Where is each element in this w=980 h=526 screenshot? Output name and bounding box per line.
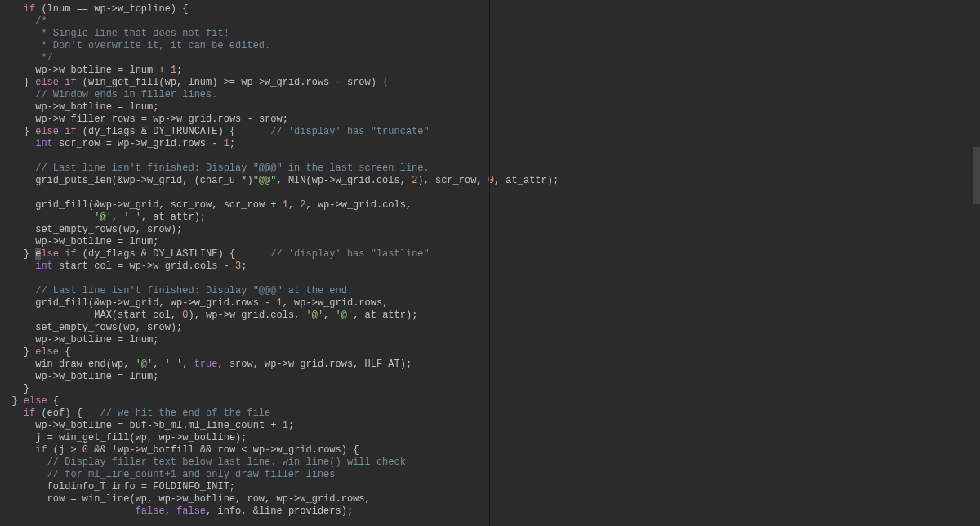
code-line[interactable]: // Window ends in filler lines. [0, 89, 980, 101]
code-line[interactable]: wp->w_botline = lnum; [0, 236, 980, 248]
code-line[interactable]: grid_fill(&wp->w_grid, wp->w_grid.rows -… [0, 297, 980, 310]
code-line[interactable]: wp->w_botline = lnum; [0, 371, 980, 383]
code-line[interactable]: row = win_line(wp, wp->w_botline, row, w… [0, 493, 980, 506]
code-line[interactable]: set_empty_rows(wp, srow); [0, 224, 980, 236]
code-line[interactable]: grid_puts_len(&wp->w_grid, (char_u *)"@@… [0, 175, 980, 187]
code-line[interactable]: } else if (win_get_fill(wp, lnum) >= wp-… [0, 77, 980, 89]
code-line[interactable]: grid_fill(&wp->w_grid, scr_row, scr_row … [0, 199, 980, 212]
code-line[interactable]: j = win_get_fill(wp, wp->w_botline); [0, 432, 980, 444]
code-line[interactable]: } else { [0, 395, 980, 408]
code-line[interactable] [0, 273, 980, 285]
code-line[interactable]: } else { [0, 346, 980, 359]
code-line[interactable]: } else if (dy_flags & DY_LASTLINE) { // … [0, 248, 980, 261]
code-line[interactable]: // Last line isn't finished: Display "@@… [0, 285, 980, 297]
code-line[interactable]: } else if (dy_flags & DY_TRUNCATE) { // … [0, 126, 980, 138]
code-line[interactable]: * Don't overwrite it, it can be edited. [0, 40, 980, 52]
code-line[interactable]: wp->w_botline = lnum + 1; [0, 65, 980, 77]
split-divider[interactable] [489, 0, 490, 526]
scrollbar-thumb[interactable] [973, 147, 980, 204]
code-line[interactable]: wp->w_botline = lnum; [0, 334, 980, 346]
code-line[interactable]: // Display filler text below last line. … [0, 457, 980, 469]
code-editor[interactable]: if (lnum == wp->w_topline) { /* * Single… [0, 0, 980, 518]
code-line[interactable]: * Single line that does not fit! [0, 28, 980, 40]
code-line[interactable]: // Last line isn't finished: Display "@@… [0, 163, 980, 175]
code-line[interactable]: set_empty_rows(wp, srow); [0, 322, 980, 334]
code-line[interactable]: int start_col = wp->w_grid.cols - 3; [0, 261, 980, 273]
code-line[interactable]: /* [0, 16, 980, 28]
code-line[interactable]: // for ml_line_count+1 and only draw fil… [0, 469, 980, 481]
code-line[interactable]: false, false, info, &line_providers); [0, 506, 980, 518]
code-line[interactable] [0, 187, 980, 199]
vertical-scrollbar[interactable] [973, 0, 980, 526]
code-line[interactable]: MAX(start_col, 0), wp->w_grid.cols, '@',… [0, 310, 980, 322]
code-line[interactable]: if (lnum == wp->w_topline) { [0, 3, 980, 16]
code-line[interactable]: if (eof) { // we hit the end of the file [0, 408, 980, 420]
code-line[interactable] [0, 150, 980, 163]
code-line[interactable]: foldinfo_T info = FOLDINFO_INIT; [0, 481, 980, 493]
code-line[interactable]: wp->w_filler_rows = wp->w_grid.rows - sr… [0, 114, 980, 126]
code-line[interactable]: win_draw_end(wp, '@', ' ', true, srow, w… [0, 359, 980, 371]
code-line[interactable]: */ [0, 52, 980, 65]
code-line[interactable]: if (j > 0 && !wp->w_botfill && row < wp-… [0, 444, 980, 457]
code-line[interactable]: wp->w_botline = lnum; [0, 101, 980, 114]
code-line[interactable]: int scr_row = wp->w_grid.rows - 1; [0, 138, 980, 150]
code-line[interactable]: wp->w_botline = buf->b_ml.ml_line_count … [0, 420, 980, 432]
code-line[interactable]: } [0, 383, 980, 395]
code-line[interactable]: '@', ' ', at_attr); [0, 212, 980, 224]
